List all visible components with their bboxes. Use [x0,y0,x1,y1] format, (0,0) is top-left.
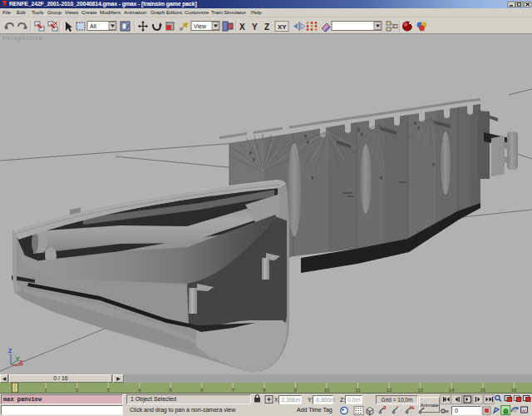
svg-text:16: 16 [511,388,517,393]
svg-text:3: 3 [383,405,387,410]
svg-text:15: 15 [480,388,485,393]
svg-text:Z: Z [8,348,12,354]
svg-text:.: . [423,405,425,410]
svg-text:12: 12 [387,388,392,393]
svg-text:14: 14 [449,388,455,393]
svg-text:8: 8 [263,388,266,393]
svg-text:Y: Y [252,22,258,32]
svg-text:X: X [19,359,23,365]
svg-text:9: 9 [294,388,298,393]
svg-text:6: 6 [200,388,204,393]
svg-text:1: 1 [44,388,47,393]
svg-text:2: 2 [76,388,79,393]
svg-text:Z: Z [264,22,269,32]
svg-text:13: 13 [417,388,423,393]
svg-text:°: ° [397,405,399,410]
svg-text:3: 3 [106,388,110,393]
svg-text:All: All [90,23,96,29]
svg-text:X: X [239,22,245,32]
svg-text:View: View [194,23,207,29]
svg-text:7: 7 [232,388,235,393]
svg-text:4: 4 [138,388,141,393]
svg-text:5: 5 [170,388,173,393]
svg-text:XY: XY [278,23,287,31]
svg-text:10: 10 [324,388,330,393]
svg-text:11: 11 [355,388,361,393]
svg-text:%: % [410,405,415,410]
